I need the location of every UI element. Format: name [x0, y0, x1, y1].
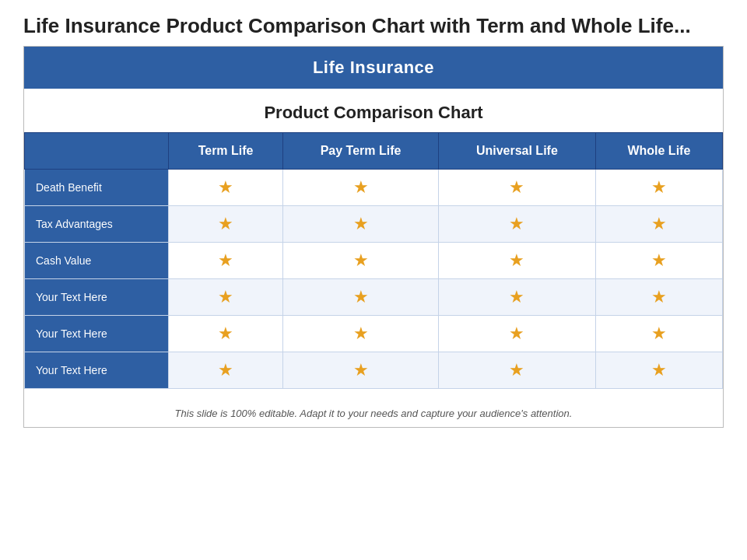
table-row: Your Text Here★★★★ [25, 352, 723, 389]
star-icon: ★ [353, 250, 369, 270]
star-cell: ★ [169, 170, 283, 206]
row-label: Your Text Here [25, 352, 169, 389]
star-cell: ★ [595, 352, 722, 389]
header-term-life: Term Life [169, 133, 283, 170]
star-icon: ★ [218, 324, 233, 343]
header-pay-term-life: Pay Term Life [283, 133, 439, 170]
row-label: Tax Advantages [25, 206, 169, 243]
header-universal-life: Universal Life [438, 133, 595, 170]
star-cell: ★ [283, 279, 439, 316]
life-insurance-header: Life Insurance [24, 47, 723, 89]
star-icon: ★ [509, 324, 524, 343]
star-icon: ★ [651, 177, 667, 197]
star-cell: ★ [283, 243, 439, 279]
star-cell: ★ [169, 243, 283, 279]
table-row: Tax Advantages★★★★ [25, 206, 723, 243]
star-cell: ★ [169, 206, 283, 243]
star-icon: ★ [218, 287, 233, 306]
star-cell: ★ [169, 279, 283, 316]
row-label: Your Text Here [25, 279, 169, 316]
star-icon: ★ [509, 214, 524, 233]
header-empty [25, 133, 169, 170]
star-cell: ★ [595, 243, 722, 279]
star-icon: ★ [509, 177, 524, 197]
star-icon: ★ [651, 287, 667, 306]
star-icon: ★ [218, 360, 233, 380]
star-cell: ★ [438, 316, 595, 352]
star-cell: ★ [438, 243, 595, 279]
comparison-title: Product Comparison Chart [24, 89, 723, 132]
star-cell: ★ [595, 170, 722, 206]
star-icon: ★ [218, 177, 233, 197]
star-icon: ★ [509, 250, 524, 270]
star-icon: ★ [651, 250, 667, 270]
star-cell: ★ [283, 170, 439, 206]
star-cell: ★ [283, 316, 439, 352]
slide-container: Life Insurance Product Comparison Chart … [23, 46, 724, 428]
star-cell: ★ [595, 206, 722, 243]
footer-text: This slide is 100% editable. Adapt it to… [24, 397, 723, 427]
star-icon: ★ [353, 324, 369, 343]
star-icon: ★ [509, 360, 524, 380]
star-cell: ★ [283, 352, 439, 389]
star-icon: ★ [509, 287, 524, 306]
star-cell: ★ [169, 316, 283, 352]
star-cell: ★ [438, 279, 595, 316]
table-row: Your Text Here★★★★ [25, 316, 723, 352]
table-row: Your Text Here★★★★ [25, 279, 723, 316]
star-cell: ★ [283, 206, 439, 243]
star-cell: ★ [169, 352, 283, 389]
star-cell: ★ [438, 170, 595, 206]
star-icon: ★ [651, 324, 667, 343]
star-icon: ★ [651, 360, 667, 380]
star-cell: ★ [595, 316, 722, 352]
header-whole-life: Whole Life [595, 133, 722, 170]
star-icon: ★ [353, 177, 369, 197]
star-icon: ★ [651, 214, 667, 233]
star-cell: ★ [595, 279, 722, 316]
star-icon: ★ [353, 287, 369, 306]
comparison-table: Term Life Pay Term Life Universal Life W… [24, 132, 723, 389]
star-icon: ★ [353, 214, 369, 233]
star-icon: ★ [218, 250, 233, 270]
table-header-row: Term Life Pay Term Life Universal Life W… [25, 133, 723, 170]
table-row: Cash Value★★★★ [25, 243, 723, 279]
table-row: Death Benefit★★★★ [25, 170, 723, 206]
row-label: Your Text Here [25, 316, 169, 352]
star-cell: ★ [438, 206, 595, 243]
star-icon: ★ [218, 214, 233, 233]
star-icon: ★ [353, 360, 369, 380]
star-cell: ★ [438, 352, 595, 389]
row-label: Death Benefit [25, 170, 169, 206]
page-title: Life Insurance Product Comparison Chart … [0, 0, 747, 46]
row-label: Cash Value [25, 243, 169, 279]
